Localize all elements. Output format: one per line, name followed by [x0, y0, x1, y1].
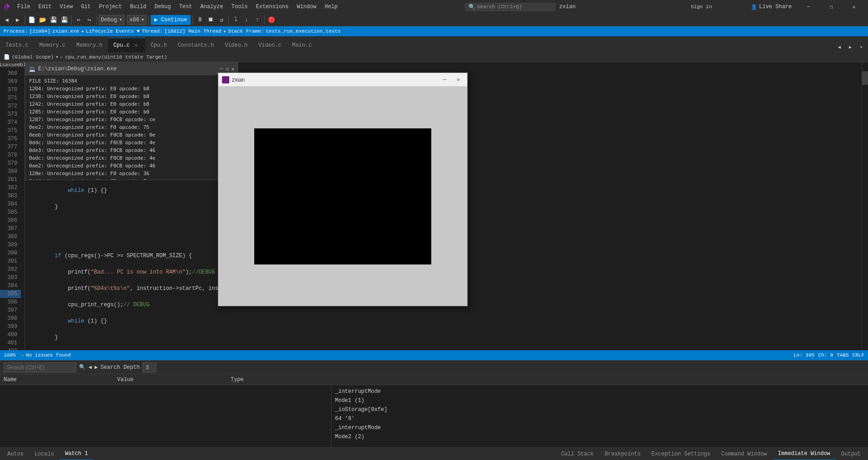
menu-tools[interactable]: Tools — [228, 3, 252, 11]
live-share-label[interactable]: Live Share — [759, 4, 792, 10]
pause-btn[interactable]: ⏸ — [195, 15, 205, 25]
step-into-btn[interactable]: ↓ — [242, 15, 252, 25]
menu-file[interactable]: File — [14, 3, 34, 11]
tab-output[interactable]: Output — [836, 448, 866, 460]
menu-extensions[interactable]: Extensions — [252, 3, 292, 11]
scope-dropdown[interactable]: (Global Scope) ▾ — [12, 54, 59, 60]
tab-watch1[interactable]: Watch 1 — [59, 448, 93, 460]
back-btn[interactable]: ◀ — [2, 15, 12, 25]
config-dropdown[interactable]: Debug ▾ — [99, 15, 124, 25]
menu-build[interactable]: Build — [126, 3, 150, 11]
line-383: 383 — [0, 192, 21, 200]
tab-memory-c[interactable]: Memory.c — [34, 38, 71, 52]
forward-btn[interactable]: ▶ — [13, 15, 23, 25]
search-forward-btn[interactable]: ▶ — [94, 364, 98, 371]
disassembly-line-11: 0ae2: Unrecognized prefix: F0CB opcode: … — [29, 162, 234, 170]
minimize-btn[interactable]: ─ — [798, 0, 819, 14]
tab-scroll-left[interactable]: ◀ — [834, 42, 844, 52]
tab-label: Memory.c — [39, 42, 65, 49]
platform-dropdown[interactable]: x86 ▾ — [127, 15, 147, 25]
left-tabs: Autos Locals Watch 1 — [2, 448, 94, 460]
undo-btn[interactable]: ↩ — [74, 15, 84, 25]
step-over-btn[interactable]: ⤵ — [231, 15, 241, 25]
tab-locals[interactable]: Locals — [29, 448, 59, 460]
tab-video-h[interactable]: Video.h — [219, 38, 253, 52]
disassembly-title-bar[interactable]: 💻 E:\zxian\Debug\zxian.exe ─ ❐ ✕ — [25, 63, 238, 75]
line-400: 400 — [0, 331, 21, 339]
run-btn[interactable]: ▶ Continue — [151, 15, 191, 25]
function-dropdown[interactable]: cpu_run_many(Uint16 tstate Target) — [65, 54, 167, 60]
tab-scroll-right[interactable]: ▶ — [845, 42, 855, 52]
tab-memory-h[interactable]: Memory.h — [71, 38, 108, 52]
line-398: 398 — [0, 314, 21, 323]
right-tabs: Call Stack Breakpoints Exception Setting… — [556, 448, 866, 460]
menu-analyze[interactable]: Analyze — [197, 3, 227, 11]
tab-video-c[interactable]: Video.c — [253, 38, 286, 52]
tab-command-window[interactable]: Command Window — [716, 448, 773, 460]
menu-test[interactable]: Test — [176, 3, 196, 11]
app-window-icon — [222, 76, 229, 83]
tab-label: Video.h — [225, 42, 247, 49]
disassembly-line-6: 0ee2: Unrecognized prefix: F0 opcode: 75 — [29, 123, 234, 131]
issues-indicator[interactable]: ✔ No issues found — [21, 352, 71, 358]
breakpoint-btn[interactable]: 🔴 — [266, 15, 276, 25]
process-dropdown[interactable]: ▾ — [81, 29, 84, 34]
sign-in-btn[interactable]: Sign in — [691, 4, 712, 10]
menu-project[interactable]: Project — [95, 3, 125, 11]
app-titlebar[interactable]: zxian ─ ✕ — [218, 73, 467, 87]
tab-constants-h[interactable]: Constants.h — [173, 38, 219, 52]
menu-edit[interactable]: Edit — [35, 3, 55, 11]
line-396: 396 — [0, 298, 21, 306]
search-back-btn[interactable]: ◀ — [89, 364, 92, 371]
tab-main-c[interactable]: Main.c — [287, 38, 317, 52]
title-bar: File Edit View Git Project Build Debug T… — [0, 0, 868, 14]
save-all-btn[interactable]: 💾 — [59, 15, 69, 25]
redo-btn[interactable]: ↪ — [84, 15, 94, 25]
editor-scrollbar[interactable] — [862, 62, 868, 360]
disassembly-close-btn[interactable]: ✕ — [231, 66, 234, 72]
search-depth-input[interactable] — [143, 362, 156, 372]
thread-dropdown[interactable]: ▾ — [223, 29, 227, 34]
menu-view[interactable]: View — [56, 3, 77, 11]
tab-immediate-window[interactable]: Immediate Window — [773, 448, 836, 460]
step-out-btn[interactable]: ↑ — [252, 15, 262, 25]
tab-exception-settings[interactable]: Exception Settings — [646, 448, 716, 460]
tab-autos[interactable]: Autos — [2, 448, 29, 460]
app-close-btn[interactable]: ✕ — [453, 75, 464, 84]
menu-window[interactable]: Window — [293, 3, 320, 11]
title-app-name: zxian — [559, 4, 576, 10]
disassembly-minimize-btn[interactable]: ─ — [220, 66, 223, 72]
tab-call-stack[interactable]: Call Stack — [556, 448, 599, 460]
separator-2 — [71, 15, 72, 24]
title-controls: ─ ❐ ✕ — [798, 0, 864, 14]
tab-breakpoints[interactable]: Breakpoints — [599, 448, 646, 460]
restore-btn[interactable]: ❐ — [821, 0, 842, 14]
open-btn[interactable]: 📂 — [38, 15, 48, 25]
line-380: 380 — [0, 167, 21, 176]
close-btn[interactable]: ✕ — [843, 0, 864, 14]
save-btn[interactable]: 💾 — [49, 15, 59, 25]
stop-btn[interactable]: ⏹ — [206, 15, 216, 25]
menu-bar: File Edit View Git Project Build Debug T… — [14, 3, 350, 11]
menu-help[interactable]: Help — [321, 3, 341, 11]
line-370: 370 — [0, 86, 21, 94]
process-pid: [21084] — [30, 29, 50, 34]
menu-git[interactable]: Git — [77, 3, 94, 11]
disassembly-line-9: 0de3: Unrecognized prefix: F0CB opcode: … — [29, 147, 234, 154]
restart-btn[interactable]: ↺ — [217, 15, 227, 25]
new-file-btn[interactable]: 📄 — [27, 15, 37, 25]
tab-close-btn[interactable]: ✕ — [133, 42, 140, 49]
app-minimize-btn[interactable]: ─ — [439, 75, 450, 84]
tab-cpu-c[interactable]: Cpu.c ✕ — [108, 38, 145, 52]
line-393: 393 — [0, 274, 21, 282]
disassembly-restore-btn[interactable]: ❐ — [226, 66, 229, 72]
tab-list-btn[interactable]: ▾ — [856, 42, 866, 52]
lifecycle-label[interactable]: Lifecycle Events ▼ — [86, 29, 140, 34]
app-canvas — [254, 128, 431, 264]
scrollbar-thumb[interactable] — [862, 71, 868, 85]
tab-tests-c[interactable]: Tests.c — [0, 38, 34, 52]
watch-search-input[interactable] — [4, 362, 76, 372]
menu-debug[interactable]: Debug — [151, 3, 174, 11]
tab-row: Tests.c Memory.c Memory.h Cpu.c ✕ Cpu.h … — [0, 36, 868, 52]
tab-cpu-h[interactable]: Cpu.h — [145, 38, 173, 52]
